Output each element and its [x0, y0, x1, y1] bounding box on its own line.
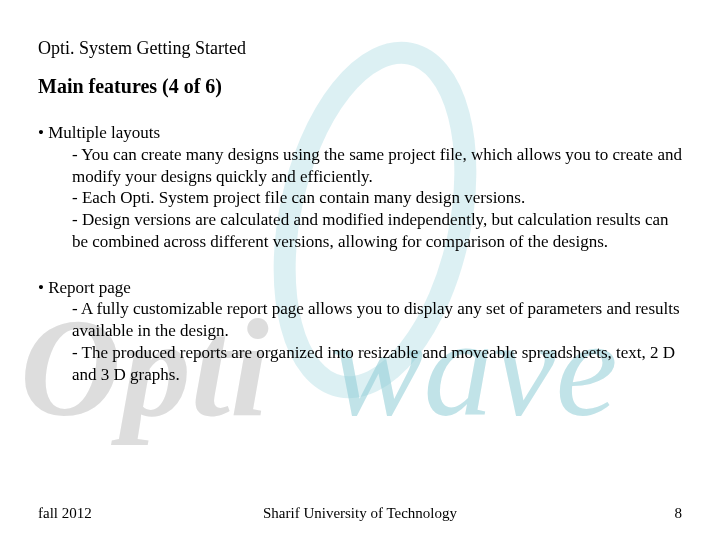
- slide-content: Opti. System Getting Started Main featur…: [0, 0, 720, 385]
- slide-title: Main features (4 of 6): [38, 75, 682, 98]
- footer-org: Sharif University of Technology: [38, 505, 682, 522]
- slide-footer: fall 2012 Sharif University of Technolog…: [38, 505, 682, 522]
- bullet-sub: - You can create many designs using the …: [38, 144, 682, 188]
- bullet-sub: - Each Opti. System project file can con…: [38, 187, 682, 209]
- bullet-head: • Report page: [38, 277, 682, 299]
- bullet-sub: - The produced reports are organized int…: [38, 342, 682, 386]
- bullet-sub: - Design versions are calculated and mod…: [38, 209, 682, 253]
- slide-header: Opti. System Getting Started: [38, 38, 682, 59]
- bullet-group-2: • Report page - A fully customizable rep…: [38, 277, 682, 386]
- bullet-sub: - A fully customizable report page allow…: [38, 298, 682, 342]
- footer-date: fall 2012: [38, 505, 92, 522]
- bullet-head: • Multiple layouts: [38, 122, 682, 144]
- bullet-group-1: • Multiple layouts - You can create many…: [38, 122, 682, 253]
- page-number: 8: [675, 505, 683, 522]
